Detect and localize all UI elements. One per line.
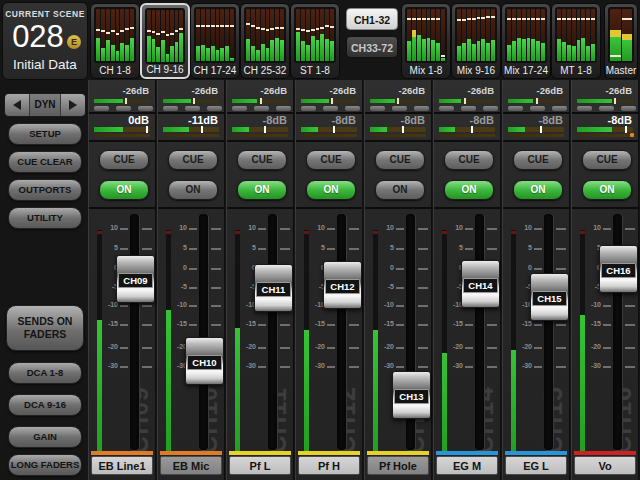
utility-button[interactable]: UTILITY	[8, 207, 82, 229]
meter-bar	[120, 9, 124, 61]
meter-block-st1-8[interactable]: ST 1-8	[290, 3, 340, 79]
fader-track[interactable]	[475, 214, 484, 450]
channel-name-plate[interactable]: EG L	[505, 456, 567, 475]
channel-meter-fill	[511, 350, 516, 452]
fader-position-mark	[230, 25, 234, 27]
scale-tick-label: -15	[449, 320, 463, 327]
meter-bar-fill	[577, 40, 581, 61]
channel-name-plate[interactable]: Vo	[574, 456, 636, 475]
meter-bar	[320, 9, 324, 61]
fader-position-mark	[179, 28, 183, 30]
cue-button[interactable]: CUE	[444, 150, 494, 170]
cue-button[interactable]: CUE	[513, 150, 563, 170]
fader-cap[interactable]: CH14	[461, 260, 500, 308]
on-button[interactable]: ON	[99, 180, 149, 200]
meter-block-ch9-16[interactable]: CH 9-16	[140, 3, 190, 79]
on-button[interactable]: ON	[375, 180, 425, 200]
scale-tick-left	[465, 347, 473, 349]
cue-button[interactable]: CUE	[375, 150, 425, 170]
section-divider	[434, 140, 500, 142]
channel-name-plate[interactable]: Pf L	[229, 456, 291, 475]
cue-clear-button[interactable]: CUE CLEAR	[8, 151, 82, 173]
channel-meter-fill	[304, 330, 309, 452]
dyn-indicator-segment	[232, 106, 247, 111]
on-button[interactable]: ON	[237, 180, 287, 200]
fader-position-mark	[522, 18, 526, 20]
on-button[interactable]: ON	[168, 180, 218, 200]
channel-name-plate[interactable]: EB Line1	[91, 456, 153, 475]
on-button[interactable]: ON	[444, 180, 494, 200]
mini-meter	[508, 99, 564, 103]
meter-block-mt1-8[interactable]: MT 1-8	[551, 3, 601, 79]
sends-on-faders-button[interactable]: SENDS ON FADERS	[6, 305, 84, 351]
cue-button[interactable]: CUE	[306, 150, 356, 170]
scale-tick-label: -15	[311, 320, 325, 327]
meter-bar-fill	[306, 45, 310, 61]
bank-button-ch33-72[interactable]: CH33-72	[346, 36, 398, 58]
meter-bar-fill	[270, 40, 274, 61]
current-scene-panel[interactable]: CURRENT SCENE 028 E Initial Data	[2, 2, 88, 80]
cue-button[interactable]: CUE	[237, 150, 287, 170]
fader-position-mark	[270, 28, 274, 30]
fader-cap[interactable]: CH09	[116, 255, 155, 303]
section-divider	[89, 140, 155, 142]
dyn-next-button[interactable]	[61, 94, 85, 116]
meter-block-ch25-32[interactable]: CH 25-32	[240, 3, 290, 79]
meter-block-ch1-8[interactable]: CH 1-8	[90, 3, 140, 79]
fader-position-mark	[527, 18, 531, 20]
fader-position-mark	[622, 18, 633, 20]
on-button[interactable]: ON	[513, 180, 563, 200]
fader-cap[interactable]: CH15	[530, 273, 569, 321]
fader-track[interactable]	[268, 214, 277, 450]
fader-position-mark	[130, 27, 134, 29]
dyn-indicator-segment	[599, 106, 614, 111]
channel-name-plate[interactable]: Pf Hole	[367, 456, 429, 475]
on-button[interactable]: ON	[582, 180, 632, 200]
dca-9-16-button[interactable]: DCA 9-16	[8, 394, 82, 416]
scale-tick-label: -20	[449, 343, 463, 350]
fader-track[interactable]	[337, 214, 346, 450]
cue-button[interactable]: CUE	[582, 150, 632, 170]
meter-block-ch17-24[interactable]: CH 17-24	[190, 3, 240, 79]
dyn-label[interactable]: DYN	[29, 94, 61, 116]
fader-track[interactable]	[544, 214, 553, 450]
dyn-prev-button[interactable]	[5, 94, 29, 116]
cue-button[interactable]: CUE	[99, 150, 149, 170]
dca-1-8-button[interactable]: DCA 1-8	[8, 362, 82, 384]
meter-bar	[116, 9, 120, 61]
scale-tick-left	[396, 268, 404, 270]
scale-tick-right	[280, 228, 290, 230]
long-faders-button[interactable]: LONG FADERS	[8, 454, 82, 476]
on-button[interactable]: ON	[306, 180, 356, 200]
fader-track[interactable]	[199, 214, 208, 450]
meter-block-mix9-16[interactable]: Mix 9-16	[451, 3, 501, 79]
meter-block-mix1-8[interactable]: Mix 1-8	[401, 3, 451, 79]
fader-cap[interactable]: CH10	[185, 337, 224, 385]
meter-bar	[170, 10, 174, 62]
scale-tick-right	[280, 324, 290, 326]
channel-name-plate[interactable]: Pf H	[298, 456, 360, 475]
fader-cap[interactable]: CH12	[323, 261, 362, 309]
fader-cap[interactable]: CH16	[599, 245, 638, 293]
fader-position-mark	[417, 18, 421, 20]
fader-cap[interactable]: CH13	[392, 371, 431, 419]
gain-bar	[163, 134, 219, 137]
dyn-indicator-segment	[116, 106, 131, 111]
outports-button[interactable]: OUTPORTS	[8, 179, 82, 201]
fader-cap[interactable]: CH11	[254, 264, 293, 312]
channel-value-db: -8dB	[401, 114, 425, 126]
fader-position-mark	[531, 18, 535, 20]
channel-name-plate[interactable]: EB Mic	[160, 456, 222, 475]
scale-tick-label: -15	[380, 320, 394, 327]
meter-block-master[interactable]: Master	[604, 3, 638, 79]
gain-button[interactable]: GAIN	[8, 426, 82, 448]
meter-block-label: Master	[605, 65, 637, 76]
meter-bar-fill	[407, 41, 411, 61]
bank-button-ch1-32[interactable]: CH1-32	[346, 8, 398, 30]
fader-track[interactable]	[130, 214, 139, 450]
channel-name-plate[interactable]: EG M	[436, 456, 498, 475]
cue-button[interactable]: CUE	[168, 150, 218, 170]
setup-button[interactable]: SETUP	[8, 123, 82, 145]
fader-position-mark	[457, 19, 461, 21]
meter-block-mix17-24[interactable]: Mix 17-24	[501, 3, 551, 79]
